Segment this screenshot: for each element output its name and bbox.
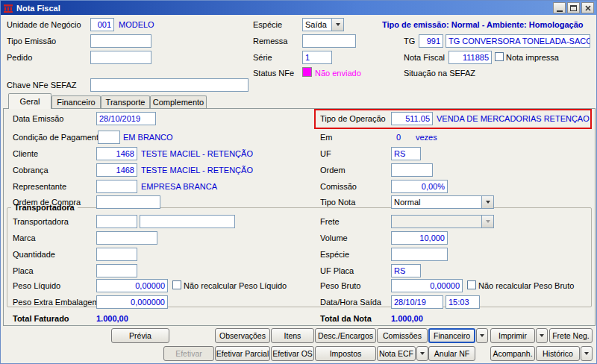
status-nfe-color-swatch — [302, 67, 312, 77]
cliente-label: Cliente — [13, 149, 38, 158]
especie-transporte-field[interactable] — [391, 248, 448, 261]
especie-label: Espécie — [253, 20, 282, 29]
chevron-down-icon[interactable] — [331, 19, 343, 31]
previa-button[interactable]: Prévia — [111, 328, 169, 343]
condicao-pagamento-name: EM BRANCO — [123, 133, 173, 142]
uf-field[interactable]: RS — [391, 147, 421, 160]
ordem-compra-field[interactable] — [96, 195, 160, 209]
peso-bruto-field[interactable]: 0,00000 — [391, 279, 463, 292]
efetivar-os-button[interactable]: Efetivar OS — [271, 346, 314, 361]
frete-combobox[interactable] — [391, 215, 494, 228]
cobranca-field[interactable]: 1468 — [96, 163, 137, 177]
especie-transporte-label: Espécie — [320, 250, 349, 259]
em-value: 0 — [396, 133, 401, 142]
nota-ecf-button[interactable]: Nota ECF — [377, 346, 416, 361]
tab-complemento[interactable]: Complemento — [150, 95, 207, 109]
historico-dropdown-button[interactable] — [581, 346, 593, 361]
volume-label: Volume — [320, 233, 348, 242]
imprimir-button[interactable]: Imprimir — [490, 328, 535, 343]
remessa-field[interactable] — [302, 34, 356, 48]
window-title: Nota Fiscal — [16, 4, 551, 13]
efetivar-parcial-button[interactable]: Efetivar Parcial — [215, 346, 270, 361]
nao-recalcular-peso-liquido-checkbox[interactable] — [172, 280, 181, 289]
hora-saida-field[interactable]: 15:03 — [446, 295, 480, 309]
comissoes-button[interactable]: Comissões — [377, 328, 428, 343]
tab-geral[interactable]: Geral — [8, 93, 51, 109]
chave-nfe-label: Chave NFe SEFAZ — [7, 81, 77, 90]
nota-fiscal-number-field[interactable]: 111885 — [448, 51, 492, 64]
especie-combobox[interactable]: Saída — [302, 18, 344, 31]
representante-label: Representante — [13, 182, 66, 191]
data-emissao-label: Data Emissão — [13, 114, 63, 123]
frete-label: Frete — [320, 217, 340, 226]
historico-button[interactable]: Histórico — [536, 346, 580, 361]
imprimir-dropdown-button[interactable] — [536, 328, 548, 343]
peso-bruto-label: Peso Bruto — [320, 281, 360, 290]
ordem-field[interactable] — [391, 163, 433, 177]
transportadora-label: Transportadora — [13, 217, 69, 226]
marca-field[interactable] — [96, 231, 157, 245]
financeiro-dropdown-button[interactable] — [476, 328, 488, 343]
chevron-down-icon — [540, 334, 544, 337]
data-saida-field[interactable]: 28/10/19 — [391, 295, 443, 309]
data-hora-saida-label: Data/Hora Saída — [320, 298, 381, 307]
peso-extra-embalagem-field[interactable]: 0,000000 — [96, 295, 168, 309]
status-nfe-value: Não enviado — [315, 69, 361, 78]
total-faturado-value: 1.000,00 — [96, 314, 128, 323]
tipo-operacao-name: VENDA DE MERCADORIAS RETENÇAO — [437, 114, 590, 123]
transportadora-name-field[interactable] — [140, 215, 235, 228]
anular-nf-button[interactable]: Anular NF — [428, 346, 475, 361]
nota-ecf-dropdown-button[interactable] — [416, 346, 428, 361]
volume-field[interactable]: 10,000 — [391, 231, 448, 245]
close-button[interactable] — [581, 2, 594, 13]
maximize-icon — [570, 5, 577, 11]
unidade-negocio-label: Unidade de Negócio — [7, 20, 81, 29]
observacoes-button[interactable]: Observações — [215, 328, 270, 343]
chevron-down-icon — [480, 334, 484, 337]
tipo-nota-combobox[interactable]: Normal — [391, 195, 494, 209]
tipo-emissao-field[interactable] — [90, 34, 151, 48]
transportadora-code-field[interactable] — [96, 215, 137, 228]
cliente-field[interactable]: 1468 — [96, 147, 137, 160]
unidade-negocio-field[interactable]: 001 — [90, 18, 114, 31]
uf-placa-field[interactable]: RS — [391, 264, 421, 277]
acompanh-button[interactable]: Acompanh. — [490, 346, 535, 361]
serie-label: Série — [253, 53, 272, 62]
tipo-nota-label: Tipo Nota — [320, 198, 355, 207]
tab-financeiro[interactable]: Financeiro — [51, 95, 101, 109]
chave-nfe-field[interactable] — [90, 78, 249, 92]
tg-field[interactable]: 991 — [419, 34, 443, 48]
marca-label: Marca — [13, 233, 36, 242]
cobranca-label: Cobrança — [13, 166, 49, 175]
desc-encargos-button[interactable]: Desc./Encargos — [315, 328, 376, 343]
nota-fiscal-label: Nota Fiscal — [404, 53, 445, 62]
representante-field[interactable] — [96, 180, 137, 193]
comissao-field[interactable]: 0,00% — [391, 180, 448, 193]
peso-liquido-field[interactable]: 0,00000 — [96, 279, 168, 292]
placa-field[interactable] — [96, 264, 137, 277]
tab-transporte[interactable]: Transporte — [101, 95, 150, 109]
financeiro-button[interactable]: Financeiro — [428, 328, 475, 343]
nota-impressa-label: Nota impressa — [506, 53, 559, 62]
tipo-operacao-field[interactable]: 511.05 — [391, 112, 433, 125]
frete-neg-button[interactable]: Frete Neg. — [549, 328, 593, 343]
itens-button[interactable]: Itens — [271, 328, 314, 343]
peso-liquido-label: Peso Líquido — [13, 281, 60, 290]
chevron-down-icon[interactable] — [481, 216, 493, 228]
efetivar-button[interactable]: Efetivar — [163, 346, 214, 361]
chevron-down-icon[interactable] — [481, 196, 493, 208]
serie-field[interactable]: 1 — [302, 51, 332, 64]
quantidade-label: Quantidade — [13, 250, 55, 259]
nao-recalcular-peso-bruto-checkbox[interactable] — [467, 280, 476, 289]
quantidade-field[interactable] — [96, 248, 137, 261]
minimize-icon — [557, 10, 563, 12]
uf-label: UF — [320, 149, 331, 158]
maximize-button[interactable] — [567, 2, 580, 13]
chevron-down-icon — [420, 352, 425, 355]
impostos-button[interactable]: Impostos — [315, 346, 376, 361]
minimize-button[interactable] — [553, 2, 566, 13]
data-emissao-field[interactable]: 28/10/2019 — [96, 112, 156, 125]
nota-impressa-checkbox[interactable] — [495, 52, 504, 61]
pedido-field[interactable] — [90, 51, 151, 64]
condicao-pagamento-field[interactable] — [98, 131, 120, 144]
